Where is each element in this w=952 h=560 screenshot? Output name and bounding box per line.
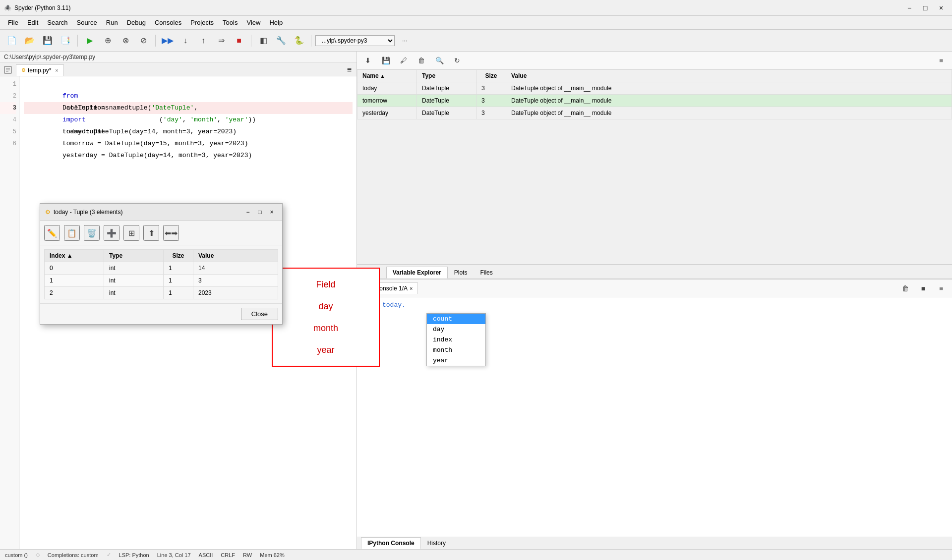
debug-button[interactable]: ▶▶ — [160, 33, 176, 49]
dialog-cell-index-1: 1 — [45, 275, 104, 287]
step-out-button[interactable]: ⇒ — [213, 33, 229, 49]
dialog-expand-button[interactable]: ⊞ — [123, 225, 139, 241]
step-button[interactable]: ↓ — [178, 33, 193, 49]
var-search-button[interactable]: 🔍 — [432, 54, 446, 67]
environment-selector[interactable]: ...yip\.spyder-py3 — [315, 35, 395, 46]
dialog-table: Index ▲ Type Size Value 0 int 1 — [44, 249, 278, 299]
line-numbers: 1 2 3 4 5 6 — [0, 76, 20, 549]
step-into-button[interactable]: ↑ — [195, 33, 211, 49]
menu-source[interactable]: Source — [73, 17, 101, 28]
var-import-button[interactable]: ⬇ — [361, 54, 375, 67]
minimize-button[interactable]: − — [902, 1, 916, 15]
var-col-name[interactable]: Name — [357, 70, 417, 82]
console-area[interactable]: [2]: today. count day index month year — [357, 297, 952, 537]
var-col-type[interactable]: Type — [417, 70, 476, 82]
console-tab-close[interactable]: × — [410, 285, 413, 291]
new-file-button[interactable]: 📄 — [4, 33, 20, 49]
var-refresh-button[interactable]: ↻ — [450, 54, 464, 67]
preferences-button[interactable]: 🔧 — [273, 33, 289, 49]
var-type-yesterday: DateTuple — [417, 107, 476, 119]
var-col-size[interactable]: Size — [476, 70, 506, 82]
run-button[interactable]: ▶ — [82, 33, 98, 49]
var-col-value[interactable]: Value — [506, 70, 952, 82]
ac-item-month[interactable]: month — [427, 345, 485, 355]
editor-menu-icon[interactable]: ≡ — [344, 65, 355, 74]
var-row-yesterday[interactable]: yesterday DateTuple 3 DateTuple object o… — [357, 107, 952, 119]
variable-data-table: Name Type Size Value today DateTuple 3 D… — [357, 69, 952, 119]
dialog-restore-button[interactable]: □ — [254, 207, 265, 218]
save-file-button[interactable]: 💾 — [40, 33, 56, 49]
dialog-close-button[interactable]: × — [266, 207, 277, 218]
console-panel: [2]: today. count day index month year I… — [357, 297, 952, 549]
var-save-button[interactable]: 💾 — [379, 54, 393, 67]
dialog-col-size[interactable]: Size — [164, 250, 193, 262]
menu-projects[interactable]: Projects — [186, 17, 218, 28]
status-completions: Completions: custom — [48, 552, 99, 558]
file-path: C:\Users\pyip\.spyder-py3\temp.py — [0, 52, 357, 63]
dialog-col-value[interactable]: Value — [193, 250, 278, 262]
tab-files[interactable]: Files — [474, 267, 499, 279]
dialog-copy-button[interactable]: 📋 — [64, 225, 80, 241]
dialog-row-1[interactable]: 1 int 1 3 — [45, 275, 278, 287]
panel-toggle-button[interactable]: ◧ — [255, 33, 271, 49]
console-delete-button[interactable]: 🗑 — [898, 281, 912, 295]
tab-ipython-console[interactable]: IPython Console — [361, 537, 421, 549]
dialog-cell-index-2: 2 — [45, 287, 104, 299]
dialog-resize-down-button[interactable]: ⬅➡ — [163, 225, 179, 241]
console-header: □ Console 1/A × 🗑 ■ ≡ — [357, 280, 952, 297]
field-overlay-box: Field day month year — [272, 268, 380, 367]
open-file-button[interactable]: 📂 — [22, 33, 38, 49]
dialog-col-type[interactable]: Type — [104, 250, 164, 262]
var-menu-button[interactable]: ≡ — [934, 54, 948, 67]
tab-close-button[interactable]: × — [55, 67, 58, 73]
stop-button[interactable]: ■ — [231, 33, 247, 49]
dialog-col-index[interactable]: Index ▲ — [45, 250, 104, 262]
menu-view[interactable]: View — [242, 17, 264, 28]
save-all-button[interactable]: 📑 — [58, 33, 73, 49]
var-row-tomorrow[interactable]: tomorrow DateTuple 3 DateTuple object of… — [357, 95, 952, 107]
tab-plots[interactable]: Plots — [448, 267, 474, 279]
menu-file[interactable]: File — [4, 17, 22, 28]
dialog-close-btn[interactable]: Close — [241, 308, 278, 320]
dialog-add-button[interactable]: ➕ — [104, 225, 119, 241]
tab-history[interactable]: History — [421, 537, 452, 549]
menu-help[interactable]: Help — [265, 17, 287, 28]
dialog-delete-button[interactable]: 🗑️ — [84, 225, 100, 241]
run-cell-button[interactable]: ⊕ — [100, 33, 116, 49]
editor-tab-temp-py[interactable]: ⚙ temp.py* × — [16, 64, 64, 76]
var-delete-button[interactable]: 🗑 — [415, 54, 428, 67]
var-type-tomorrow: DateTuple — [417, 95, 476, 107]
ac-item-day[interactable]: day — [427, 324, 485, 335]
tab-variable-explorer[interactable]: Variable Explorer — [386, 267, 448, 279]
line-num-1: 1 — [0, 78, 16, 90]
more-button[interactable]: ··· — [397, 33, 413, 49]
line-num-2: 2 — [0, 90, 16, 102]
console-tab-label: Console 1/A — [375, 285, 408, 292]
close-button[interactable]: × — [934, 1, 948, 15]
dialog-minimize-button[interactable]: − — [242, 207, 253, 218]
dialog-row-0[interactable]: 0 int 1 14 — [45, 262, 278, 275]
console-menu-button[interactable]: ≡ — [934, 281, 948, 295]
console-stop-button[interactable]: ■ — [916, 281, 930, 295]
dialog-edit-button[interactable]: ✏️ — [44, 225, 60, 241]
ac-item-count[interactable]: count — [427, 314, 485, 324]
menu-consoles[interactable]: Consoles — [151, 17, 185, 28]
python-path-button[interactable]: 🐍 — [291, 33, 307, 49]
menu-run[interactable]: Run — [102, 17, 122, 28]
menu-edit[interactable]: Edit — [23, 17, 42, 28]
menu-debug[interactable]: Debug — [123, 17, 150, 28]
ac-item-index[interactable]: index — [427, 335, 485, 345]
var-save-checked-button[interactable]: 🖋 — [397, 54, 411, 67]
run-selection-button[interactable]: ⊘ — [135, 33, 151, 49]
ac-item-year[interactable]: year — [427, 355, 485, 366]
run-cell-advance-button[interactable]: ⊗ — [118, 33, 133, 49]
var-value-today: DateTuple object of __main__ module — [506, 82, 952, 95]
var-row-today[interactable]: today DateTuple 3 DateTuple object of __… — [357, 82, 952, 95]
menu-tools[interactable]: Tools — [219, 17, 241, 28]
dialog-resize-up-button[interactable]: ⬆ — [143, 225, 159, 241]
menu-search[interactable]: Search — [43, 17, 71, 28]
maximize-button[interactable]: □ — [918, 1, 932, 15]
dialog-cell-value-2: 2023 — [193, 287, 278, 299]
dialog-row-2[interactable]: 2 int 1 2023 — [45, 287, 278, 299]
console-tabs: IPython Console History — [357, 537, 952, 549]
